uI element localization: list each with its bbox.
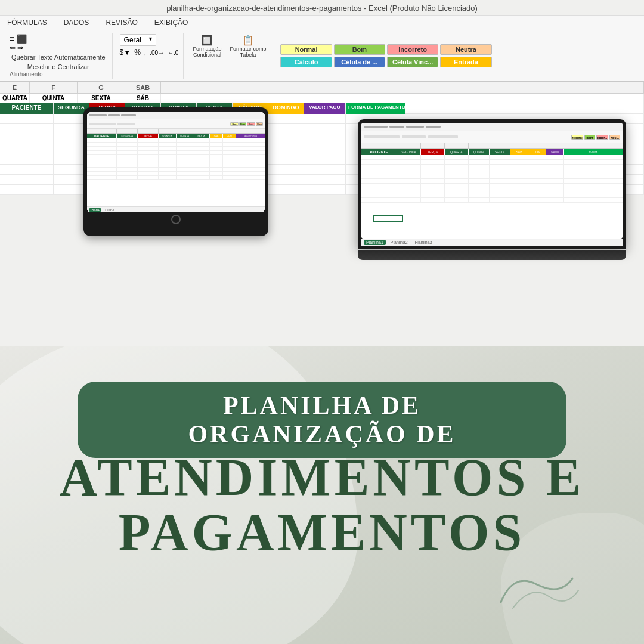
- laptop-screen-inner: Normal Bom Incor... Neu... PAC: [361, 123, 623, 239]
- format-dropdown-value: Geral: [124, 36, 141, 44]
- style-entrada[interactable]: Entrada: [440, 57, 491, 67]
- laptop-base: [358, 250, 626, 260]
- header-forma: FORMA DE PAGAMENTO: [346, 103, 405, 114]
- main-title-line2: Pagamentos: [0, 505, 644, 560]
- ribbon-tabs: FÓRMULAS DADOS REVISÃO EXIBIÇÃO: [0, 16, 644, 30]
- increase-decimal-btn[interactable]: .00→: [150, 49, 164, 56]
- style-bom[interactable]: Bom: [334, 44, 385, 55]
- cell-styles-group: Normal Bom Incorreto Neutra Cálculo Célu…: [275, 43, 496, 69]
- banner-text: Planilha de Organização de: [113, 391, 531, 448]
- alignment-group: ≡ ⬛ ⇐ ⇒ Quebrar Texto Automaticamente Me…: [5, 33, 113, 79]
- align-icon2: ⬛: [17, 34, 27, 44]
- header-paciente: PACIENTE: [0, 103, 54, 114]
- title-bar: planilha-de-organizacao-de-atendimentos-…: [0, 0, 644, 16]
- tablet-screen-inner: Nor Bom Inc Neu PACIENTE SEGUNDA TERÇA: [87, 112, 265, 212]
- styles-row1: 🔲 Formatação Condicional 📋 Formatar como…: [191, 34, 268, 58]
- styles-group: 🔲 Formatação Condicional 📋 Formatar como…: [186, 33, 273, 79]
- ribbon-content: ≡ ⬛ ⇐ ⇒ Quebrar Texto Automaticamente Me…: [0, 30, 644, 81]
- alignment-label: Alinhamento: [10, 71, 43, 78]
- col-rest: [161, 82, 644, 93]
- format-dropdown[interactable]: Geral ▼: [120, 34, 156, 46]
- sub-quarta: QUARTA: [0, 94, 30, 103]
- formatacao-condicional-btn[interactable]: 🔲 Formatação Condicional: [191, 34, 223, 58]
- quebrar-texto-btn[interactable]: Quebrar Texto Automaticamente: [10, 53, 107, 61]
- formatar-tabela-btn[interactable]: 📋 Formatar como Tabela: [228, 34, 268, 58]
- sub-sexta: SEXTA: [78, 94, 125, 103]
- style-incorreto[interactable]: Incorreto: [387, 44, 438, 55]
- banner: Planilha de Organização de: [78, 382, 566, 458]
- ribbon-tab-dados[interactable]: DADOS: [61, 16, 92, 30]
- percent-btn[interactable]: %: [134, 48, 141, 57]
- tablet-device: Nor Bom Inc Neu PACIENTE SEGUNDA TERÇA: [83, 107, 268, 236]
- alignment-row1: ≡ ⬛: [10, 34, 27, 44]
- header-rest: [405, 103, 644, 113]
- laptop-device: Normal Bom Incor... Neu... PAC: [358, 119, 626, 260]
- tablet-frame: Nor Bom Inc Neu PACIENTE SEGUNDA TERÇA: [83, 107, 268, 236]
- col-sab: SAB: [125, 82, 161, 93]
- bottom-section: Planilha de Organização de Atendimentos …: [0, 346, 644, 644]
- number-row2: $▼ % , .00→ ←.0: [120, 48, 179, 57]
- decrease-decimal-btn[interactable]: ←.0: [168, 49, 178, 56]
- header-domingo: DOMINGO: [268, 103, 304, 114]
- style-calculo[interactable]: Cálculo: [280, 57, 332, 67]
- number-row1: Geral ▼: [120, 34, 156, 46]
- ribbon-tab-exibicao[interactable]: EXIBIÇÃO: [152, 16, 191, 30]
- formatar-tabela-label: Formatar como Tabela: [230, 46, 266, 58]
- main-title-area: Atendimentos e Pagamentos: [0, 450, 644, 561]
- style-normal[interactable]: Normal: [280, 44, 332, 55]
- style-neutra[interactable]: Neutra: [440, 44, 491, 55]
- sub-quinta: QUINTA: [30, 94, 78, 103]
- comma-btn[interactable]: ,: [144, 48, 146, 57]
- ribbon-tab-revisao[interactable]: REVISÃO: [103, 16, 140, 30]
- laptop-screen: Normal Bom Incor... Neu... PAC: [358, 119, 626, 249]
- align-icon: ≡: [10, 34, 14, 44]
- style-celula-vinc[interactable]: Célula Vinc...: [387, 57, 438, 67]
- alignment-row2: ⇐ ⇒: [10, 44, 23, 52]
- col-e: E: [0, 82, 30, 93]
- ribbon: FÓRMULAS DADOS REVISÃO EXIBIÇÃO ≡ ⬛ ⇐ ⇒ …: [0, 16, 644, 82]
- main-title-line1: Atendimentos e: [0, 450, 644, 505]
- header-valor: VALOR PAGO: [304, 103, 346, 114]
- sub-header-row: QUARTA QUINTA SEXTA SÁB: [0, 94, 644, 103]
- number-group: Geral ▼ $▼ % , .00→ ←.0: [115, 33, 184, 79]
- col-g: G: [78, 82, 125, 93]
- tablet-home-button[interactable]: [171, 215, 181, 224]
- sub-rest: [161, 94, 644, 103]
- sub-sab: SÁB: [125, 94, 161, 103]
- swirl-decoration: [489, 566, 584, 614]
- col-headers: E F G SAB: [0, 82, 644, 94]
- formatacao-label: Formatação Condicional: [193, 46, 221, 58]
- ribbon-tab-formulas[interactable]: FÓRMULAS: [5, 16, 49, 30]
- indent-icon: ⇐ ⇒: [10, 44, 23, 52]
- currency-btn[interactable]: $▼: [120, 48, 131, 57]
- style-celula[interactable]: Célula de ...: [334, 57, 385, 67]
- col-f: F: [30, 82, 78, 93]
- mesclar-btn[interactable]: Mesclar e Centralizar: [10, 63, 107, 71]
- title-bar-text: planilha-de-organizacao-de-atendimentos-…: [166, 4, 478, 13]
